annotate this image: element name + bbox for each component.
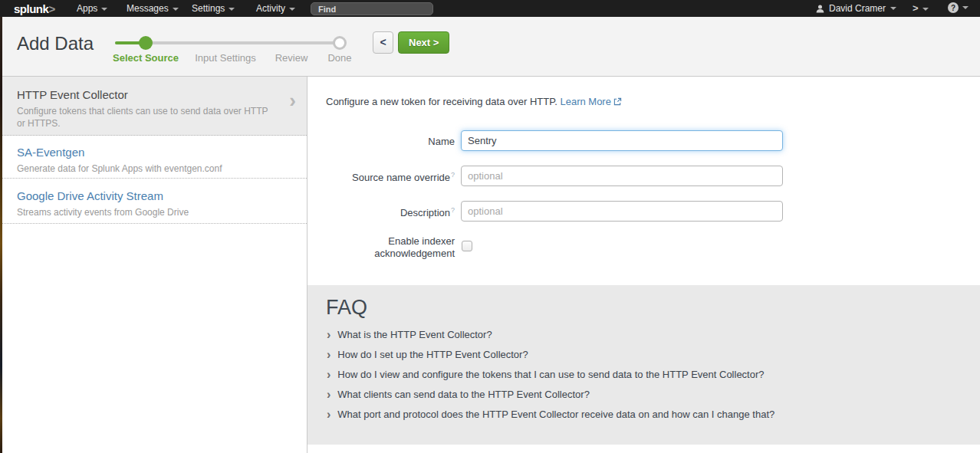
nav-menu-messages-label: Messages bbox=[127, 3, 169, 14]
faq-item[interactable]: ›How do I view and configure the tokens … bbox=[327, 368, 774, 388]
faq-question: How do I view and configure the tokens t… bbox=[337, 369, 764, 380]
help-menu[interactable]: ? bbox=[948, 2, 968, 13]
nav-menu-apps[interactable]: Apps bbox=[77, 3, 107, 14]
external-link-icon bbox=[613, 97, 622, 108]
faq-question: What is the HTTP Event Collector? bbox=[337, 329, 492, 340]
sidebar-item-description: Configure tokens that clients can use to… bbox=[17, 105, 276, 130]
name-label: Name bbox=[307, 136, 455, 147]
step-label-select-source: Select Source bbox=[113, 52, 179, 64]
sidebar-item-title: SA-Eventgen bbox=[17, 146, 276, 159]
chevron-right-icon: › bbox=[327, 368, 331, 381]
splunk-logo-chevron-icon: > bbox=[48, 2, 54, 15]
back-button[interactable]: < bbox=[373, 31, 393, 54]
step-label-done: Done bbox=[327, 52, 351, 64]
nav-menu-settings-label: Settings bbox=[192, 3, 225, 14]
next-button[interactable]: Next > bbox=[398, 31, 449, 54]
faq-item[interactable]: ›What is the HTTP Event Collector? bbox=[327, 328, 774, 348]
source-override-label-text: Source name override bbox=[352, 172, 450, 183]
desktop-edge-artifact bbox=[0, 17, 2, 453]
faq-item[interactable]: ›What clients can send data to the HTTP … bbox=[327, 388, 774, 408]
description-label-text: Description bbox=[400, 207, 450, 218]
help-icon: ? bbox=[948, 2, 959, 13]
sidebar-item-title: HTTP Event Collector bbox=[17, 88, 276, 101]
caret-down-icon bbox=[173, 8, 179, 11]
indexer-ack-checkbox[interactable] bbox=[462, 241, 472, 251]
chevron-right-icon: › bbox=[327, 328, 331, 341]
faq-question: How do I set up the HTTP Event Collector… bbox=[337, 349, 528, 360]
faq-question: What clients can send data to the HTTP E… bbox=[337, 389, 590, 400]
chevron-right-icon: › bbox=[327, 408, 331, 421]
faq-item[interactable]: ›What port and protocol does the HTTP Ev… bbox=[327, 408, 774, 428]
sidebar-item-description: Streams activity events from Google Driv… bbox=[17, 206, 276, 218]
description-input[interactable] bbox=[461, 201, 783, 222]
nav-menu-activity-label: Activity bbox=[256, 3, 285, 14]
indexer-ack-label: Enable indexer acknowledgement bbox=[355, 235, 455, 260]
learn-more-link[interactable]: Learn More bbox=[560, 96, 610, 107]
source-override-label: Source name override? bbox=[307, 171, 455, 183]
faq-section: FAQ ›What is the HTTP Event Collector? ›… bbox=[307, 285, 980, 445]
find-search-input[interactable] bbox=[311, 2, 433, 15]
caret-down-icon bbox=[101, 8, 107, 11]
sidebar-item-description: Generate data for Splunk Apps with event… bbox=[17, 162, 276, 175]
caret-down-icon bbox=[229, 8, 235, 11]
faq-list: ›What is the HTTP Event Collector? ›How … bbox=[327, 328, 774, 428]
intro-sentence: Configure a new token for receiving data… bbox=[326, 96, 557, 107]
page-title: Add Data bbox=[17, 33, 94, 54]
chevron-right-icon: › bbox=[289, 90, 296, 110]
splunk-logo[interactable]: splunk> bbox=[14, 2, 55, 15]
sidebar-item-google-drive-activity-stream[interactable]: Google Drive Activity Stream Streams act… bbox=[0, 179, 307, 224]
chevron-right-icon: › bbox=[327, 388, 331, 401]
chevron-right-icon: › bbox=[327, 348, 331, 361]
splunk-logo-text: splunk bbox=[14, 2, 48, 15]
user-icon bbox=[815, 4, 825, 14]
tooltip-question-icon[interactable]: ? bbox=[451, 206, 455, 214]
faq-title: FAQ bbox=[326, 296, 367, 320]
wizard-header: Add Data Select Source Input Settings Re… bbox=[0, 17, 980, 77]
sidebar-item-http-event-collector[interactable]: HTTP Event Collector Configure tokens th… bbox=[0, 77, 307, 136]
sidebar-item-sa-eventgen[interactable]: SA-Eventgen Generate data for Splunk App… bbox=[0, 136, 307, 179]
step-label-input-settings: Input Settings bbox=[195, 52, 256, 64]
main-content: Configure a new token for receiving data… bbox=[307, 77, 980, 453]
user-menu[interactable]: David Cramer bbox=[815, 3, 896, 14]
faq-item[interactable]: ›How do I set up the HTTP Event Collecto… bbox=[327, 348, 774, 368]
source-type-sidebar: HTTP Event Collector Configure tokens th… bbox=[0, 77, 307, 453]
step-label-review: Review bbox=[275, 52, 308, 64]
splunk-quick-menu[interactable]: > bbox=[913, 2, 929, 14]
caret-down-icon bbox=[890, 7, 896, 10]
step-dot-select-source bbox=[139, 36, 153, 50]
greater-than-icon: > bbox=[913, 2, 919, 14]
faq-question: What port and protocol does the HTTP Eve… bbox=[337, 409, 774, 420]
nav-menu-messages[interactable]: Messages bbox=[127, 3, 179, 14]
nav-menu-apps-label: Apps bbox=[77, 3, 97, 14]
caret-down-icon bbox=[289, 8, 295, 11]
caret-down-icon bbox=[922, 8, 929, 11]
nav-menu-activity[interactable]: Activity bbox=[256, 3, 295, 14]
description-label: Description? bbox=[307, 206, 455, 218]
tooltip-question-icon[interactable]: ? bbox=[451, 171, 455, 179]
sidebar-item-title: Google Drive Activity Stream bbox=[17, 189, 276, 202]
token-intro-text: Configure a new token for receiving data… bbox=[326, 96, 622, 108]
step-dot-done bbox=[333, 36, 347, 50]
top-nav-bar: splunk> Apps Messages Settings Activity … bbox=[0, 0, 980, 17]
nav-menu-settings[interactable]: Settings bbox=[192, 3, 235, 14]
caret-down-icon bbox=[962, 6, 968, 9]
name-input[interactable] bbox=[461, 130, 783, 151]
user-name-label: David Cramer bbox=[829, 3, 886, 14]
source-override-input[interactable] bbox=[461, 166, 783, 186]
